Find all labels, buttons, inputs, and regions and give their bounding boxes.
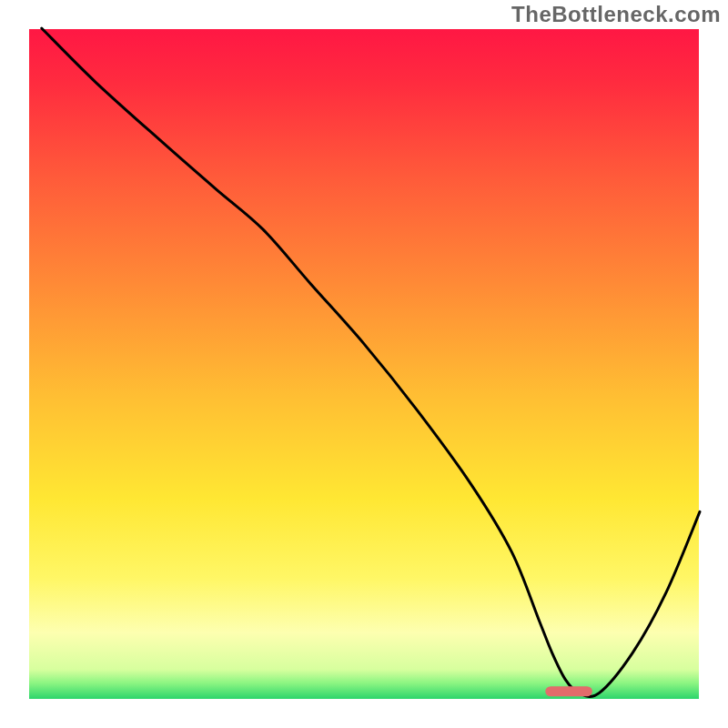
plot-background (28, 28, 700, 700)
watermark-label: TheBottleneck.com (511, 2, 721, 27)
optimal-marker (545, 686, 592, 696)
chart-container: TheBottleneck.com (0, 0, 728, 728)
bottleneck-chart (0, 0, 728, 728)
